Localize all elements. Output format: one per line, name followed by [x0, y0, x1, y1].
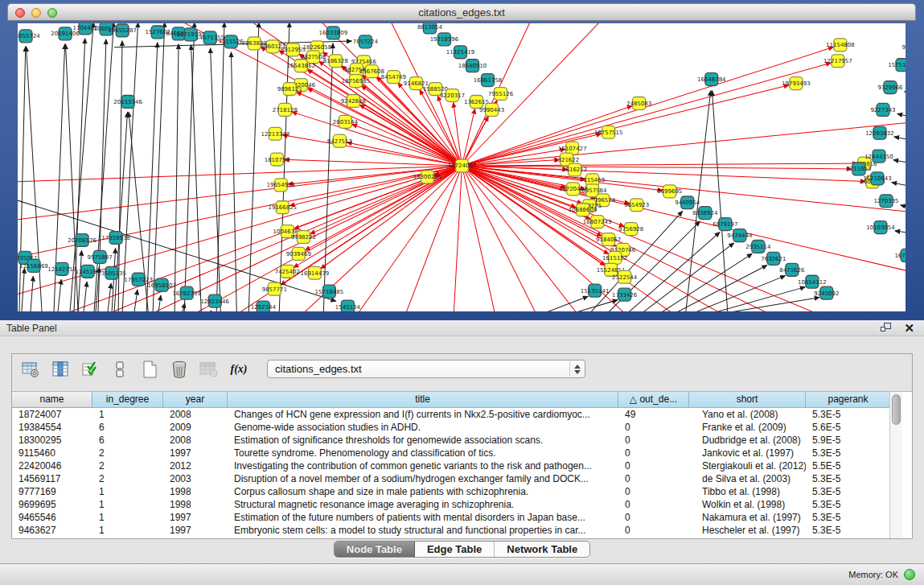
- svg-text:1810753: 1810753: [265, 157, 290, 163]
- cell-pagerank: 5.6E-5: [806, 421, 891, 434]
- svg-text:8912955: 8912955: [281, 47, 306, 53]
- network-window-titlebar[interactable]: citations_edges.txt: [7, 3, 916, 21]
- table-row[interactable]: 1456911722003Disruption of a novel membe…: [12, 472, 912, 485]
- cell-pagerank: 5.5E-5: [806, 459, 891, 472]
- svg-text:1545134: 1545134: [335, 304, 361, 311]
- svg-text:1270335: 1270335: [873, 198, 898, 204]
- svg-text:8471626: 8471626: [779, 267, 804, 274]
- rows-icon[interactable]: [109, 358, 131, 381]
- column-header-year[interactable]: year: [163, 392, 228, 408]
- close-panel-icon[interactable]: ✕: [904, 322, 914, 334]
- cell-year: 1998: [163, 485, 228, 498]
- tab-edge-table[interactable]: Edge Table: [414, 542, 494, 557]
- function-builder-icon[interactable]: f(x): [228, 358, 250, 381]
- table-row[interactable]: 1938455462009Genome-wide association stu…: [12, 421, 912, 434]
- memory-status-icon[interactable]: [904, 569, 915, 580]
- svg-text:8215953: 8215953: [846, 166, 871, 172]
- svg-text:12923446: 12923446: [200, 299, 229, 305]
- cell-short: Jankovic et al. (1997): [689, 447, 806, 459]
- cell-name: 14569117: [12, 472, 92, 485]
- column-header-short[interactable]: short: [689, 392, 806, 408]
- window-title: citations_edges.txt: [8, 4, 915, 21]
- svg-text:15720407: 15720407: [559, 186, 588, 192]
- column-header-pagerank[interactable]: pagerank: [806, 392, 891, 408]
- cell-name: 19384554: [12, 421, 92, 434]
- cell-pagerank: 5.3E-5: [806, 447, 891, 459]
- svg-text:2935114: 2935114: [745, 244, 771, 250]
- svg-text:9474444: 9474444: [727, 233, 753, 239]
- svg-text:7425402: 7425402: [275, 269, 300, 275]
- svg-text:11325419: 11325419: [446, 49, 475, 56]
- table-vertical-scrollbar[interactable]: [889, 392, 902, 538]
- table-container: f(x) citations_edges.txt namein_degreeye…: [11, 353, 913, 539]
- table-row[interactable]: 2242004622012Investigating the contribut…: [12, 459, 912, 472]
- new-table-icon[interactable]: [138, 358, 161, 381]
- table-row[interactable]: 969969511998Structural magnetic resonanc…: [12, 498, 912, 511]
- select-all-icon[interactable]: [79, 358, 101, 381]
- svg-text:1616212: 1616212: [562, 167, 587, 173]
- cell-in_degree: 1: [92, 408, 163, 421]
- memory-status-label: Memory: OK: [848, 570, 898, 579]
- svg-text:16210643: 16210643: [863, 175, 892, 182]
- cell-in_degree: 6: [92, 434, 163, 447]
- table-panel: f(x) citations_edges.txt namein_degreeye…: [0, 336, 924, 563]
- svg-text:18300295: 18300295: [413, 174, 442, 180]
- tab-network-table[interactable]: Network Table: [494, 542, 589, 557]
- import-table-disabled-icon[interactable]: [198, 358, 220, 381]
- zoom-button[interactable]: [47, 8, 57, 18]
- table-panel-title: Table Panel: [0, 323, 881, 334]
- cell-in_degree: 6: [92, 421, 163, 434]
- table-row[interactable]: 911546021997Tourette syndrome. Phenomeno…: [12, 447, 912, 459]
- svg-text:15135141: 15135141: [581, 288, 610, 295]
- svg-text:8186328: 8186328: [323, 58, 348, 64]
- table-settings-icon[interactable]: [19, 358, 42, 381]
- svg-text:1321622: 1321622: [554, 157, 579, 163]
- network-table-select[interactable]: citations_edges.txt: [267, 360, 585, 378]
- svg-text:8220317: 8220317: [440, 93, 465, 99]
- float-panel-icon[interactable]: [881, 323, 893, 333]
- svg-text:19654925: 19654925: [266, 182, 295, 188]
- cell-title: Genome-wide association studies in ADHD.: [228, 421, 618, 434]
- cell-in_degree: 2: [92, 459, 163, 472]
- delete-table-icon[interactable]: [168, 358, 191, 381]
- svg-text:8813054: 8813054: [417, 24, 443, 31]
- close-button[interactable]: [15, 8, 25, 18]
- network-graph[interactable]: 8860123891295518226058982750881863281654…: [18, 23, 906, 311]
- cell-out_de: 49: [618, 408, 689, 421]
- svg-text:1292344: 1292344: [251, 305, 277, 311]
- status-bar: Memory: OK: [0, 563, 924, 585]
- column-header-name[interactable]: name: [12, 392, 92, 408]
- tab-node-table[interactable]: Node Table: [335, 542, 414, 557]
- column-settings-icon[interactable]: [49, 358, 72, 381]
- column-header-title[interactable]: title: [228, 392, 618, 408]
- table-tabs: Node TableEdge TableNetwork Table: [334, 541, 590, 558]
- cell-pagerank: 5.3E-5: [806, 511, 891, 524]
- table-row[interactable]: 977716911998Corpus callosum shape and si…: [12, 485, 912, 498]
- svg-text:16107427: 16107427: [558, 146, 587, 152]
- network-window[interactable]: citations_edges.txt 88601238912955182260…: [7, 3, 916, 317]
- cell-pagerank: 5.3E-5: [806, 524, 891, 537]
- network-view[interactable]: 8860123891295518226058982750881863281654…: [18, 23, 906, 311]
- svg-text:7485083: 7485083: [626, 101, 651, 107]
- svg-text:20691406: 20691406: [51, 31, 80, 37]
- table-row[interactable]: 946554611997Estimation of the future num…: [12, 511, 912, 524]
- table-row[interactable]: 1872400712008Changes of HCN gene express…: [12, 408, 912, 421]
- table-tabs-bar: Node TableEdge TableNetwork Table: [0, 541, 924, 562]
- svg-text:20206576: 20206576: [68, 237, 97, 244]
- cell-in_degree: 1: [92, 498, 163, 511]
- svg-text:12142757: 12142757: [47, 266, 76, 273]
- svg-text:9245092: 9245092: [814, 290, 839, 297]
- scrollbar-thumb[interactable]: [892, 394, 901, 425]
- svg-text:12444150: 12444150: [864, 154, 893, 160]
- svg-text:18640910: 18640910: [458, 63, 487, 69]
- minimize-button[interactable]: [31, 8, 41, 18]
- table-row[interactable]: 1830029562008Estimation of significance …: [12, 434, 912, 447]
- svg-text:9990443: 9990443: [479, 107, 504, 113]
- svg-text:18724007: 18724007: [448, 163, 477, 170]
- column-header-in_degree[interactable]: in_degree: [92, 392, 163, 408]
- table-row[interactable]: 946362711997Embryonic stem cells: a mode…: [12, 524, 912, 537]
- svg-text:17359938: 17359938: [101, 235, 130, 241]
- column-header-out_de[interactable]: △ out_de...: [618, 392, 689, 408]
- svg-text:18807243: 18807243: [583, 219, 612, 225]
- cell-out_de: 0: [618, 459, 689, 472]
